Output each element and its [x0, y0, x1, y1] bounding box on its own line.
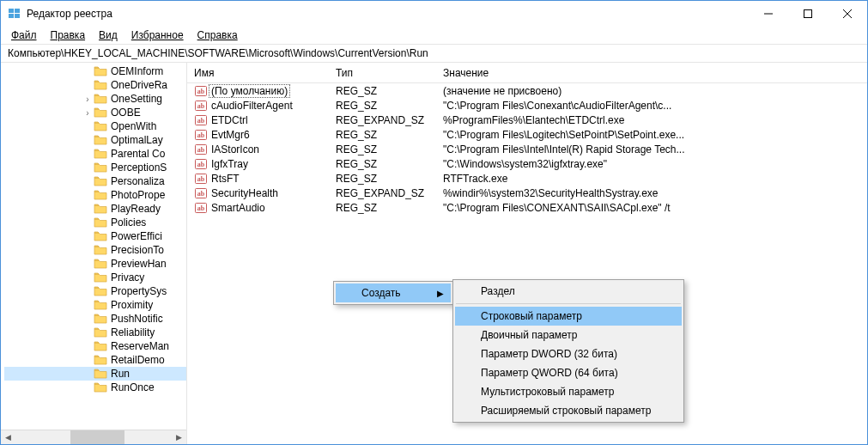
- tree-item-label: RunOnce: [111, 381, 155, 393]
- tree-item[interactable]: Proximity: [4, 298, 186, 312]
- address-bar[interactable]: Компьютер\HKEY_LOCAL_MACHINE\SOFTWARE\Mi…: [1, 44, 867, 63]
- reg-string-icon: ab: [194, 143, 208, 156]
- tree-item-label: OneDriveRa: [111, 79, 167, 91]
- expander-icon[interactable]: ›: [82, 94, 94, 104]
- col-header-value[interactable]: Значение: [436, 64, 867, 82]
- tree-item[interactable]: PrecisionTo: [4, 243, 186, 257]
- tree-item-label: RetailDemo: [111, 354, 165, 366]
- svg-rect-3: [15, 14, 20, 18]
- submenu-string[interactable]: Строковый параметр: [455, 307, 682, 326]
- tree-item[interactable]: OneDriveRa: [4, 78, 186, 92]
- cell-type: REG_SZ: [329, 158, 436, 170]
- tree-item[interactable]: PropertySys: [4, 284, 186, 298]
- table-row[interactable]: abcAudioFilterAgentREG_SZ"C:\Program Fil…: [187, 98, 867, 113]
- tree-item-label: ReserveMan: [111, 340, 169, 352]
- menu-file[interactable]: Файл: [4, 27, 44, 43]
- tree-hscrollbar[interactable]: ◀ ▶: [1, 430, 186, 444]
- submenu-qword[interactable]: Параметр QWORD (64 бита): [455, 363, 682, 382]
- tree-item[interactable]: Parental Co: [4, 147, 186, 161]
- submenu-multistring[interactable]: Мультистроковый параметр: [455, 382, 682, 401]
- reg-string-icon: ab: [194, 99, 208, 113]
- table-row[interactable]: abEvtMgr6REG_SZ"C:\Program Files\Logitec…: [187, 127, 867, 142]
- submenu-dword[interactable]: Параметр DWORD (32 бита): [455, 344, 682, 363]
- svg-text:ab: ab: [197, 175, 205, 183]
- cell-type: REG_EXPAND_SZ: [329, 187, 436, 199]
- reg-name: (По умолчанию): [209, 84, 290, 98]
- table-row[interactable]: abIgfxTrayREG_SZ"C:\Windows\system32\igf…: [187, 156, 867, 171]
- expander-icon[interactable]: ›: [82, 108, 94, 118]
- col-header-name[interactable]: Имя: [187, 64, 329, 82]
- svg-rect-0: [9, 9, 14, 13]
- tree-item[interactable]: RunOnce: [4, 381, 186, 394]
- cell-type: REG_SZ: [329, 129, 436, 141]
- tree-item[interactable]: PlayReady: [4, 202, 186, 216]
- tree-item-label: PerceptionS: [111, 162, 167, 174]
- window: Редактор реестра Файл Правка Вид Избранн…: [0, 0, 868, 445]
- menu-view[interactable]: Вид: [92, 27, 124, 43]
- reg-name: IgfxTray: [211, 158, 248, 170]
- table-row[interactable]: ab(По умолчанию)REG_SZ(значение не присв…: [187, 83, 867, 98]
- tree-item[interactable]: Policies: [4, 216, 186, 229]
- tree-item[interactable]: PerceptionS: [4, 161, 186, 174]
- tree-item-label: PushNotific: [111, 313, 163, 325]
- tree-item[interactable]: Reliability: [4, 326, 186, 339]
- tree-item[interactable]: PreviewHan: [4, 257, 186, 271]
- tree-item[interactable]: PushNotific: [4, 312, 186, 326]
- tree-item[interactable]: Personaliza: [4, 174, 186, 188]
- svg-text:ab: ab: [197, 117, 205, 125]
- folder-icon: [94, 381, 107, 393]
- tree-item[interactable]: ›OOBE: [4, 106, 186, 119]
- cell-type: REG_SZ: [329, 100, 436, 112]
- submenu-section[interactable]: Раздел: [455, 282, 682, 301]
- minimize-button[interactable]: [749, 1, 788, 27]
- submenu-expand[interactable]: Расширяемый строковый параметр: [455, 401, 682, 420]
- maximize-button[interactable]: [788, 1, 828, 27]
- table-row[interactable]: abSmartAudioREG_SZ"C:\Program Files\CONE…: [187, 200, 867, 215]
- menubar: Файл Правка Вид Избранное Справка: [1, 27, 867, 44]
- reg-name: ETDCtrl: [211, 114, 248, 126]
- tree-item-label: Personaliza: [111, 175, 165, 187]
- tree-item[interactable]: RetailDemo: [4, 353, 186, 367]
- folder-icon: [94, 326, 107, 338]
- tree-item[interactable]: OEMInform: [4, 64, 186, 78]
- tree-item-label: Policies: [111, 216, 146, 229]
- scroll-track[interactable]: [15, 430, 172, 444]
- scroll-left-icon[interactable]: ◀: [1, 430, 15, 445]
- tree-item-label: PowerEffici: [111, 230, 162, 242]
- tree-item-label: PrecisionTo: [111, 244, 164, 256]
- close-button[interactable]: [828, 1, 867, 27]
- menu-favorites[interactable]: Избранное: [124, 27, 191, 43]
- scroll-right-icon[interactable]: ▶: [172, 430, 186, 445]
- reg-string-icon: ab: [194, 201, 208, 215]
- tree-scroll[interactable]: OEMInformOneDriveRa›OneSetting›OOBEOpenW…: [1, 63, 186, 430]
- menu-edit[interactable]: Правка: [44, 27, 93, 43]
- reg-name: SecurityHealth: [211, 187, 278, 199]
- tree-item-label: OOBE: [111, 107, 141, 119]
- cell-name: abcAudioFilterAgent: [187, 99, 329, 113]
- tree-item[interactable]: ›OneSetting: [4, 92, 186, 106]
- cell-name: abIgfxTray: [187, 157, 329, 171]
- tree-pane: OEMInformOneDriveRa›OneSetting›OOBEOpenW…: [1, 63, 187, 444]
- tree-item[interactable]: OpenWith: [4, 119, 186, 133]
- folder-icon: [94, 134, 107, 146]
- tree-item[interactable]: Run: [4, 367, 186, 381]
- folder-icon: [94, 148, 107, 160]
- menu-help[interactable]: Справка: [191, 27, 245, 43]
- cell-name: abSmartAudio: [187, 201, 329, 215]
- submenu-binary[interactable]: Двоичный параметр: [455, 326, 682, 344]
- tree-item[interactable]: Privacy: [4, 271, 186, 284]
- scroll-thumb[interactable]: [70, 430, 125, 444]
- tree-item[interactable]: OptimalLay: [4, 133, 186, 147]
- table-row[interactable]: abETDCtrlREG_EXPAND_SZ%ProgramFiles%\Ela…: [187, 113, 867, 127]
- table-row[interactable]: abSecurityHealthREG_EXPAND_SZ%windir%\sy…: [187, 186, 867, 200]
- context-menu-create[interactable]: Создать ▶: [336, 283, 451, 302]
- folder-icon: [94, 299, 107, 311]
- table-row[interactable]: abIAStorIconREG_SZ"C:\Program Files\Inte…: [187, 142, 867, 156]
- reg-name: cAudioFilterAgent: [211, 100, 293, 112]
- tree-item[interactable]: PowerEffici: [4, 229, 186, 243]
- col-header-type[interactable]: Тип: [329, 64, 436, 82]
- tree-item[interactable]: ReserveMan: [4, 339, 186, 353]
- table-row[interactable]: abRtsFTREG_SZRTFTrack.exe: [187, 171, 867, 186]
- folder-icon: [94, 107, 107, 119]
- tree-item[interactable]: PhotoPrope: [4, 188, 186, 202]
